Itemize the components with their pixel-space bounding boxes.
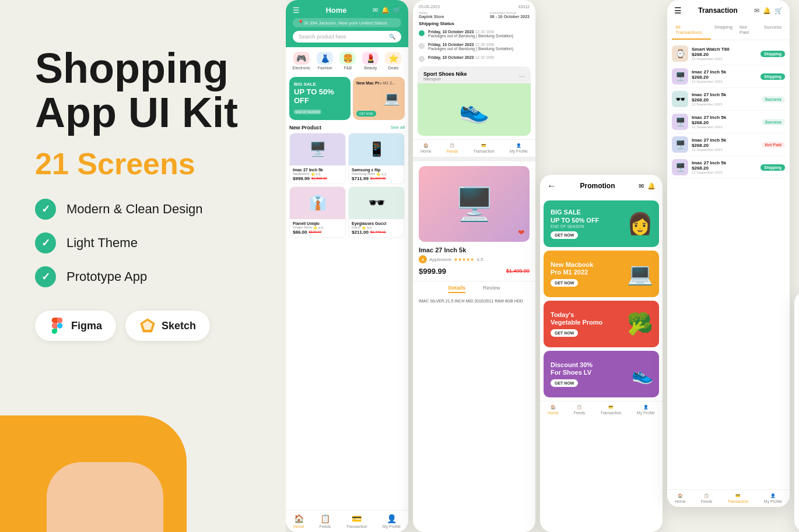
phones-row: ☰ Home ✉ 🔔 🛒 📍 St 394 Jackson, New york …: [286, 0, 799, 532]
tx-imac-5[interactable]: 🖥️ Imac 27 Inch 5k $268.20 12 September …: [672, 156, 785, 179]
phone2-product-listing: 🖥️ ❤ Imac 27 Inch 5k A Applestore ★★★★★ …: [413, 161, 535, 305]
phone4-bottom-nav: 🏠Home 📋Feeds 💳Transaction 👤My Profile: [667, 489, 790, 507]
transaction-list: ⌚ Smart Watch T80 $268.20 12 September 2…: [667, 40, 790, 181]
feature-item-2: Light Theme: [35, 232, 315, 253]
sketch-badge[interactable]: Sketch: [125, 311, 210, 341]
sketch-label: Sketch: [162, 320, 196, 332]
heart-icon[interactable]: ❤: [518, 228, 525, 237]
tx-imac-4[interactable]: 🖥️ Imac 27 Inch 5k $268.20 12 September …: [672, 133, 785, 156]
banner-macbook[interactable]: New Mac Pro M1 2... GET NOW 💻: [353, 77, 405, 120]
nav-feeds[interactable]: 📋 Feeds: [320, 514, 331, 529]
tab-all[interactable]: All Transactions: [672, 21, 711, 40]
nav3-transaction[interactable]: 💳Transaction: [600, 405, 621, 415]
product-gucci[interactable]: 🕶️ Eyeglasses Gucci Gucci ⭐ 4.5 $211.00 …: [348, 186, 405, 238]
nav2-home[interactable]: 🏠Home: [420, 143, 432, 153]
nav-home[interactable]: 🏠 Home: [293, 514, 304, 529]
screens-count: 21 Screens: [35, 146, 315, 181]
tx-imac-1[interactable]: 🖥️ Imac 27 Inch 5k $268.20 12 September …: [672, 65, 785, 88]
tab-shipping[interactable]: Shipping: [711, 21, 736, 40]
cat-deals[interactable]: ⭐ Deals: [385, 52, 401, 70]
feature-list: Modern & Clean Design Light Theme Protot…: [35, 199, 315, 287]
phone1-header: ☰ Home ✉ 🔔 🛒 📍 St 394 Jackson, New york …: [286, 0, 408, 47]
feature-item-1: Modern & Clean Design: [35, 199, 315, 220]
promo-shoes[interactable]: Discount 30%For Shoes LV GET NOW 👟: [544, 351, 659, 397]
notif-icon-3: 🔔: [647, 182, 656, 190]
phone4-header: ☰ Transaction ✉ 🔔 🛒: [667, 0, 790, 21]
status-3: Friday, 10 October 2023 12:30 WIB: [419, 55, 530, 62]
nav3-feeds[interactable]: 📋Feeds: [574, 405, 585, 415]
back-button-phone3[interactable]: ←: [547, 181, 556, 191]
phones-wrapper: ☰ Home ✉ 🔔 🛒 📍 St 394 Jackson, New york …: [286, 0, 799, 532]
feature-item-3: Prototype App: [35, 266, 315, 287]
promo-vegetable[interactable]: Today'sVegetable Promo GET NOW 🥦: [544, 301, 659, 347]
cat-fashion[interactable]: 👗 Fashion: [317, 52, 333, 70]
feature-label-3: Prototype App: [66, 269, 147, 284]
menu-icon-4[interactable]: ☰: [674, 6, 682, 15]
nav3-home[interactable]: 🏠Home: [548, 405, 559, 415]
figma-icon: [49, 318, 65, 334]
figma-badge[interactable]: Figma: [35, 311, 116, 341]
tool-badges: Figma Sketch: [35, 311, 315, 341]
tab-success[interactable]: Success: [761, 21, 785, 40]
cart-icon: 🛒: [393, 6, 401, 14]
check-icon-2: [35, 232, 56, 253]
nav4-profile[interactable]: 👤My Profile: [764, 494, 782, 503]
notif-icon: 🔔: [381, 6, 390, 14]
phone1-bottom-nav: 🏠 Home 📋 Feeds 💳 Transaction 👤 My Profil…: [286, 510, 408, 532]
tx-smartwatch[interactable]: ⌚ Smart Watch T80 $268.20 12 September 2…: [672, 43, 785, 65]
phone3-header: ← Promotion ✉ 🔔: [540, 175, 663, 197]
notification-list: ✓ Your payment been succesfull Consectet…: [794, 312, 799, 373]
nav4-transaction[interactable]: 💳Transaction: [727, 494, 748, 503]
feature-label-2: Light Theme: [66, 235, 138, 251]
product-card-imac[interactable]: 🖥️ ❤ Imac 27 Inch 5k A Applestore ★★★★★ …: [413, 161, 535, 281]
tx-imac-2[interactable]: 🕶️ Imac 27 Inch 5k $268.20 12 September …: [672, 88, 785, 111]
check-icon-3: [35, 266, 56, 287]
details-tab[interactable]: Details: [448, 285, 465, 293]
promo-bigsale[interactable]: BIG SALEUP TO 50% OFF END OF SEASON GET …: [544, 200, 659, 247]
phone-transactions: ☰ Transaction ✉ 🔔 🛒 All Transactions Shi…: [667, 0, 790, 507]
nav2-feeds[interactable]: 📋Feeds: [447, 143, 458, 153]
phone-product-detail: 05-06-2023 43312 SellerGaplok Store Esti…: [413, 0, 535, 532]
product-tabs: Details Review: [413, 281, 535, 297]
phone2-nav-top: 🏠Home 📋Feeds 💳Transaction 👤My Profile: [413, 139, 535, 157]
status-1: Friday, 10 October 2023 12:30 WIB Packag…: [419, 30, 530, 38]
cat-fb[interactable]: 🍔 F&B: [339, 52, 356, 70]
mail-icon-3: ✉: [639, 182, 644, 190]
review-tab[interactable]: Review: [483, 285, 500, 293]
nav2-profile[interactable]: 👤My Profile: [510, 143, 528, 153]
nav4-feeds[interactable]: 📋Feeds: [701, 494, 712, 503]
order-info-header: 05-06-2023 43312 SellerGaplok Store Esti…: [413, 0, 535, 62]
cart-icon-4: 🛒: [775, 7, 783, 15]
notif-icon-4: 🔔: [763, 7, 771, 15]
phone-notifications: ← Notifications ⚙ 🔍 ✓ Your payment been …: [794, 291, 799, 532]
bg-peach-shape: [47, 462, 163, 532]
nav-profile[interactable]: 👤 My Profile: [383, 514, 401, 529]
mail-icon: ✉: [373, 6, 378, 14]
sketch-icon: [139, 318, 156, 334]
mail-icon-4: ✉: [754, 7, 759, 15]
nav3-profile[interactable]: 👤My Profile: [637, 405, 655, 415]
promo-list: BIG SALEUP TO 50% OFF END OF SEASON GET …: [540, 197, 663, 401]
phone3-bottom-nav: 🏠Home 📋Feeds 💳Transaction 👤My Profile: [540, 401, 663, 418]
shoes-product-card[interactable]: Sport Shoes Nike Nikesport ··· 👟: [418, 66, 531, 136]
nav-transaction[interactable]: 💳 Transaction: [346, 514, 367, 529]
product-samsung[interactable]: 📱 Samsung z flip Samsung store ⭐ 4.2 $71…: [348, 133, 405, 184]
cat-beauty[interactable]: 💄 Beauty: [362, 52, 379, 70]
promo-macbook[interactable]: New MacbookPro M1 2022 GET NOW 💻: [544, 251, 659, 297]
figma-label: Figma: [71, 320, 102, 332]
nav2-transaction[interactable]: 💳Transaction: [473, 143, 494, 153]
feature-label-1: Modern & Clean Design: [66, 202, 203, 217]
left-panel: Shopping App UI Kit 21 Screens Modern & …: [35, 47, 315, 341]
main-title: Shopping App UI Kit: [35, 47, 315, 135]
check-icon-1: [35, 199, 56, 220]
nav4-home[interactable]: 🏠Home: [675, 494, 686, 503]
phone-promotions: ← Promotion ✉ 🔔 BIG SALEUP TO 50% OFF EN…: [540, 175, 663, 532]
status-2: Friday, 10 October 2023 12:30 WIB Packag…: [419, 43, 530, 51]
tx-imac-3[interactable]: 🖥️ Imac 27 Inch 5k $268.20 12 September …: [672, 111, 785, 133]
phone5-header: ← Notifications ⚙ 🔍: [794, 291, 799, 312]
see-all-link[interactable]: See all: [391, 125, 405, 130]
tab-notpaid[interactable]: Not Paid: [736, 21, 761, 40]
product-desc: IMAC SILVER 21.5 INCH MID 2010/2011 RAM …: [413, 297, 535, 305]
transaction-tabs: All Transactions Shipping Not Paid Succe…: [667, 21, 790, 40]
